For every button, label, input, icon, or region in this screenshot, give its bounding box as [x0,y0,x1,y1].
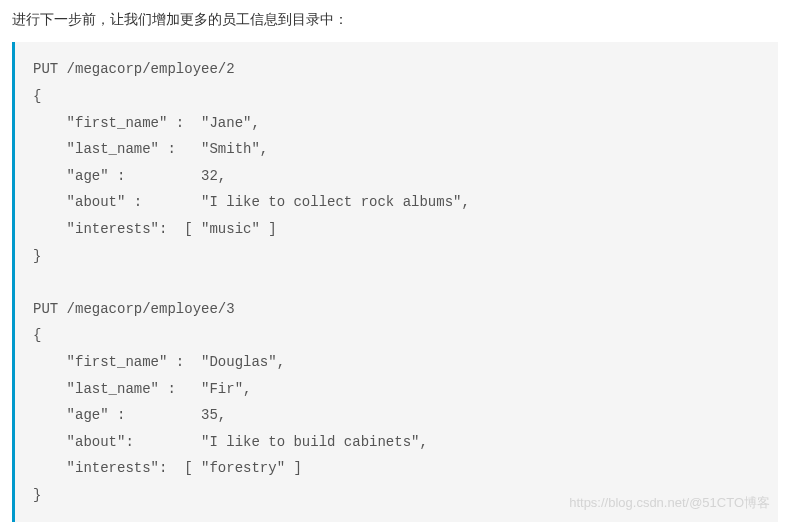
intro-text: 进行下一步前，让我们增加更多的员工信息到目录中： [12,8,778,30]
code-content: PUT /megacorp/employee/2 { "first_name" … [33,56,760,508]
code-block: PUT /megacorp/employee/2 { "first_name" … [12,42,778,522]
